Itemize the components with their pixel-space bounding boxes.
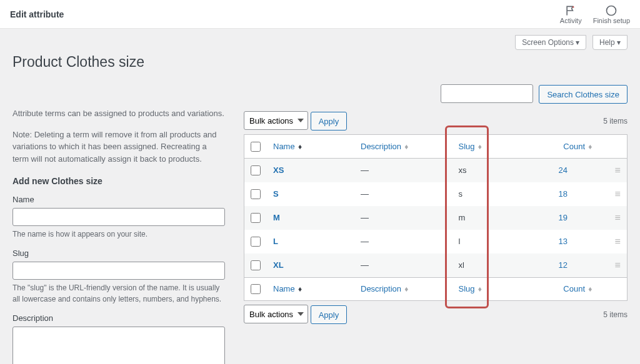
svg-point-1 xyxy=(607,6,616,15)
footer-name[interactable]: Name ♦ xyxy=(273,284,302,293)
screen-options-button[interactable]: Screen Options ▾ xyxy=(515,35,586,50)
term-description: — xyxy=(354,206,452,230)
right-column: Bulk actions Apply 5 items Name ♦ Descri… xyxy=(244,107,628,328)
header-count[interactable]: Count ♦ xyxy=(563,142,592,151)
name-label: Name xyxy=(12,195,225,204)
row-checkbox[interactable] xyxy=(251,237,261,247)
term-count-link[interactable]: 19 xyxy=(559,213,568,222)
screen-meta: Screen Options ▾ Help ▾ xyxy=(12,35,628,50)
term-name-link[interactable]: S xyxy=(273,189,279,199)
row-checkbox[interactable] xyxy=(251,189,261,199)
bulk-actions-select-bottom[interactable]: Bulk actions xyxy=(244,305,308,323)
sort-icon: ♦ xyxy=(476,285,482,293)
bulk-actions-select-top[interactable]: Bulk actions xyxy=(244,111,308,130)
term-slug: l xyxy=(452,230,552,253)
row-checkbox[interactable] xyxy=(251,213,261,223)
top-bar: Edit attribute Activity Finish setup xyxy=(0,0,640,29)
term-name-link[interactable]: XS xyxy=(273,165,284,175)
term-slug: s xyxy=(452,182,552,206)
term-description: — xyxy=(354,253,452,278)
tablenav-top: Bulk actions Apply 5 items xyxy=(244,111,628,130)
sort-icon: ♦ xyxy=(296,142,302,151)
term-description: — xyxy=(354,230,452,253)
term-name-link[interactable]: L xyxy=(273,237,278,246)
items-count-top: 5 items xyxy=(603,117,628,125)
row-checkbox[interactable] xyxy=(251,165,261,175)
table-row: M—m19≡ xyxy=(244,206,628,230)
desc-label: Description xyxy=(12,313,225,323)
left-column: Attribute terms can be assigned to produ… xyxy=(12,107,225,364)
term-count-link[interactable]: 12 xyxy=(559,260,568,270)
table-row: L—l13≡ xyxy=(244,230,628,253)
drag-handle-icon[interactable]: ≡ xyxy=(609,230,628,253)
top-bar-icons: Activity Finish setup xyxy=(560,4,630,24)
items-count-bottom: 5 items xyxy=(603,310,628,319)
svg-point-0 xyxy=(572,6,574,7)
term-name-link[interactable]: XL xyxy=(273,260,284,270)
top-bar-title: Edit attribute xyxy=(10,9,64,19)
slug-label: Slug xyxy=(12,248,225,258)
terms-table: Name ♦ Description ♦ Slug ♦ Count ♦ XS—x… xyxy=(244,134,628,301)
term-slug: xs xyxy=(452,158,552,182)
activity-label: Activity xyxy=(560,17,582,24)
header-slug[interactable]: Slug ♦ xyxy=(459,142,482,151)
finish-setup-button[interactable]: Finish setup xyxy=(593,4,630,24)
search-input[interactable] xyxy=(441,84,533,103)
term-description: — xyxy=(354,158,452,182)
term-count-link[interactable]: 18 xyxy=(559,189,568,199)
term-slug: xl xyxy=(452,253,552,278)
search-bar: Search Clothes size xyxy=(12,84,628,104)
sort-icon: ♦ xyxy=(476,142,482,151)
table-row: XL—xl12≡ xyxy=(244,253,628,278)
select-all-top[interactable] xyxy=(251,142,261,152)
name-field[interactable] xyxy=(12,208,225,226)
note-text: Note: Deleting a term will remove it fro… xyxy=(12,129,225,165)
footer-slug[interactable]: Slug ♦ xyxy=(459,284,482,293)
sort-icon: ♦ xyxy=(586,285,592,293)
sort-icon: ♦ xyxy=(402,285,408,293)
bulk-apply-bottom[interactable]: Apply xyxy=(311,305,348,324)
intro-text: Attribute terms can be assigned to produ… xyxy=(12,107,225,120)
activity-button[interactable]: Activity xyxy=(560,4,582,24)
header-description[interactable]: Description ♦ xyxy=(361,142,409,151)
search-button[interactable]: Search Clothes size xyxy=(539,85,628,104)
desc-field[interactable] xyxy=(12,327,225,364)
term-slug: m xyxy=(452,206,552,230)
table-row: XS—xs24≡ xyxy=(244,158,628,182)
drag-handle-icon[interactable]: ≡ xyxy=(609,158,628,182)
term-count-link[interactable]: 13 xyxy=(559,237,568,246)
sort-icon: ♦ xyxy=(402,142,408,151)
header-name[interactable]: Name ♦ xyxy=(273,142,302,151)
sort-icon: ♦ xyxy=(586,142,592,151)
help-button[interactable]: Help ▾ xyxy=(592,35,628,50)
sort-icon: ♦ xyxy=(296,285,302,293)
finish-setup-label: Finish setup xyxy=(593,17,630,24)
term-description: — xyxy=(354,182,452,206)
flag-icon xyxy=(564,4,577,17)
term-count-link[interactable]: 24 xyxy=(559,165,568,175)
table-row: S—s18≡ xyxy=(244,182,628,206)
drag-handle-icon[interactable]: ≡ xyxy=(609,253,628,278)
slug-help: The "slug" is the URL-friendly version o… xyxy=(12,282,225,305)
row-checkbox[interactable] xyxy=(251,260,261,270)
drag-handle-icon[interactable]: ≡ xyxy=(609,182,628,206)
slug-field[interactable] xyxy=(12,262,225,280)
name-help: The name is how it appears on your site. xyxy=(12,229,225,240)
tablenav-bottom: Bulk actions Apply 5 items xyxy=(244,305,628,324)
footer-description[interactable]: Description ♦ xyxy=(361,284,409,293)
term-name-link[interactable]: M xyxy=(273,213,280,222)
page-title: Product Clothes size xyxy=(12,54,628,71)
select-all-bottom[interactable] xyxy=(251,284,261,294)
drag-handle-icon[interactable]: ≡ xyxy=(609,206,628,230)
circle-icon xyxy=(605,4,618,17)
bulk-apply-top[interactable]: Apply xyxy=(311,112,348,130)
add-heading: Add new Clothes size xyxy=(12,176,225,186)
footer-count[interactable]: Count ♦ xyxy=(563,284,592,293)
